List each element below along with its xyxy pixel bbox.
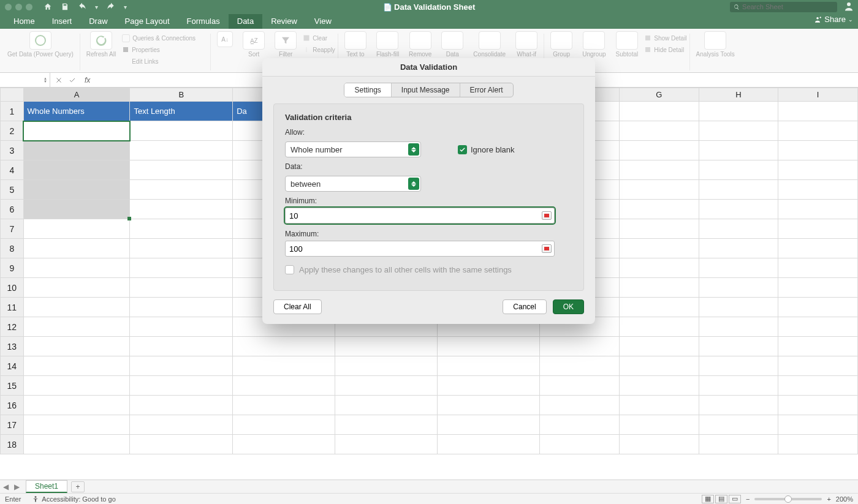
data-select[interactable]: between [285, 176, 421, 192]
cell-I10[interactable] [778, 278, 858, 298]
cell-G4[interactable] [619, 160, 699, 180]
cell-B5[interactable] [130, 180, 233, 200]
cancel-button[interactable]: Cancel [503, 299, 546, 314]
cell-B13[interactable] [130, 337, 233, 356]
col-header-A[interactable]: A [23, 88, 130, 102]
traffic-close[interactable] [5, 4, 12, 10]
row-header-15[interactable]: 15 [1, 376, 24, 396]
cell-G2[interactable] [619, 121, 699, 141]
cell-E17[interactable] [438, 415, 540, 435]
cell-E16[interactable] [438, 396, 540, 415]
row-header-16[interactable]: 16 [1, 396, 24, 415]
cell-G6[interactable] [619, 200, 699, 219]
cell-H3[interactable] [699, 141, 778, 160]
tab-page-layout[interactable]: Page Layout [116, 14, 178, 29]
zoom-level[interactable]: 200% [836, 495, 853, 503]
row-header-3[interactable]: 3 [1, 141, 24, 160]
tab-review[interactable]: Review [262, 14, 306, 29]
row-header-12[interactable]: 12 [1, 317, 24, 337]
cell-B2[interactable] [130, 121, 233, 141]
cell-H4[interactable] [699, 160, 778, 180]
cell-A10[interactable] [23, 278, 130, 298]
cell-B3[interactable] [130, 141, 233, 160]
row-header-5[interactable]: 5 [1, 180, 24, 200]
row-header-1[interactable]: 1 [1, 102, 24, 121]
cell-A12[interactable] [23, 317, 130, 337]
cell-A3[interactable] [23, 141, 130, 160]
maximum-input[interactable] [289, 244, 550, 254]
cell-B15[interactable] [130, 376, 233, 396]
cell-G7[interactable] [619, 219, 699, 239]
cell-H6[interactable] [699, 200, 778, 219]
tab-insert[interactable]: Insert [44, 14, 81, 29]
undo-icon[interactable] [78, 2, 86, 11]
cell-G3[interactable] [619, 141, 699, 160]
view-normal-button[interactable]: ▦ [702, 495, 714, 503]
cell-H1[interactable] [699, 102, 778, 121]
cell-B1[interactable]: Text Length [130, 102, 233, 121]
cell-G15[interactable] [619, 376, 699, 396]
cell-H7[interactable] [699, 219, 778, 239]
cell-E13[interactable] [438, 337, 540, 356]
tab-formulas[interactable]: Formulas [178, 14, 229, 29]
row-header-6[interactable]: 6 [1, 200, 24, 219]
undo-dropdown[interactable]: ▾ [95, 4, 98, 10]
cell-I17[interactable] [778, 415, 858, 435]
cell-B4[interactable] [130, 160, 233, 180]
confirm-edit-icon[interactable] [69, 77, 76, 84]
cell-A5[interactable] [23, 180, 130, 200]
cell-H8[interactable] [699, 239, 778, 258]
cell-H12[interactable] [699, 317, 778, 337]
sheet-nav-prev[interactable]: ◀ [0, 483, 11, 491]
cell-A17[interactable] [23, 415, 130, 435]
col-header-I[interactable]: I [778, 88, 858, 102]
cell-I18[interactable] [778, 435, 858, 454]
cell-A7[interactable] [23, 219, 130, 239]
row-header-11[interactable]: 11 [1, 298, 24, 317]
cell-G14[interactable] [619, 356, 699, 376]
cell-B12[interactable] [130, 317, 233, 337]
cell-A4[interactable] [23, 160, 130, 180]
cell-B10[interactable] [130, 278, 233, 298]
queries-connections-button[interactable]: Queries & Connections [122, 32, 208, 43]
cell-G8[interactable] [619, 239, 699, 258]
cell-A14[interactable] [23, 356, 130, 376]
row-header-8[interactable]: 8 [1, 239, 24, 258]
profile-icon[interactable] [843, 1, 854, 13]
cell-G17[interactable] [619, 415, 699, 435]
row-header-10[interactable]: 10 [1, 278, 24, 298]
cell-C13[interactable] [233, 337, 335, 356]
cell-H2[interactable] [699, 121, 778, 141]
row-header-7[interactable]: 7 [1, 219, 24, 239]
sheet-tab-sheet1[interactable]: Sheet1 [26, 480, 67, 493]
cell-E14[interactable] [438, 356, 540, 376]
dialog-tab-input-message[interactable]: Input Message [392, 83, 460, 97]
cell-H17[interactable] [699, 415, 778, 435]
cell-I2[interactable] [778, 121, 858, 141]
dialog-tab-error-alert[interactable]: Error Alert [460, 83, 513, 97]
clear-button[interactable]: Clear [303, 32, 335, 43]
cell-C17[interactable] [233, 415, 335, 435]
cell-I3[interactable] [778, 141, 858, 160]
cell-H13[interactable] [699, 337, 778, 356]
cell-F14[interactable] [540, 356, 620, 376]
cell-A15[interactable] [23, 376, 130, 396]
view-page-break-button[interactable]: ▭ [729, 495, 741, 503]
tab-view[interactable]: View [306, 14, 340, 29]
share-button[interactable]: Share ⌄ [813, 15, 853, 24]
cell-I7[interactable] [778, 219, 858, 239]
cell-E15[interactable] [438, 376, 540, 396]
cell-A11[interactable] [23, 298, 130, 317]
cell-F16[interactable] [540, 396, 620, 415]
cell-A6[interactable] [23, 200, 130, 219]
clear-all-button[interactable]: Clear All [273, 299, 322, 314]
cell-H10[interactable] [699, 278, 778, 298]
cell-H9[interactable] [699, 258, 778, 278]
cell-D16[interactable] [335, 396, 438, 415]
cell-C14[interactable] [233, 356, 335, 376]
cell-B8[interactable] [130, 239, 233, 258]
home-icon[interactable] [44, 2, 52, 11]
cell-D13[interactable] [335, 337, 438, 356]
cell-H11[interactable] [699, 298, 778, 317]
col-header-B[interactable]: B [130, 88, 233, 102]
